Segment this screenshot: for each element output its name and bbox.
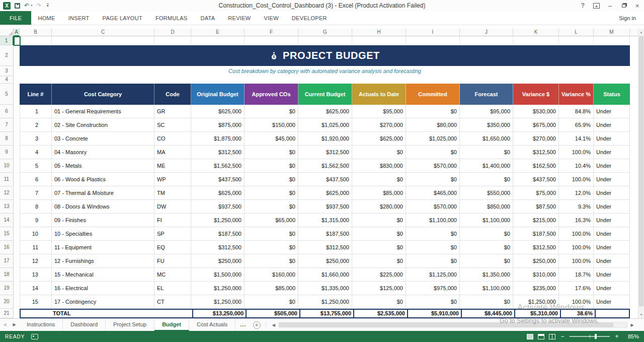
table-cell[interactable]: $1,920,000 [298,132,352,146]
horizontal-scrollbar-track[interactable] [278,322,627,328]
table-cell[interactable]: $0 [406,241,460,254]
table-cell[interactable]: $937,500 [298,200,352,214]
table-cell[interactable]: $0 [406,173,460,186]
sheet-tabs-overflow[interactable]: ... [235,319,251,331]
table-cell[interactable]: CO [154,132,191,146]
total-value[interactable]: $505,000 [246,310,299,317]
table-cell[interactable]: $875,000 [191,118,245,132]
table-cell[interactable]: 4 [20,146,52,159]
row-header-12[interactable]: 12 [0,186,14,200]
table-cell[interactable]: $1,650,000 [460,132,513,146]
table-cell[interactable]: $312,500 [298,241,352,254]
table-cell[interactable]: Under [594,254,630,268]
table-cell[interactable]: $80,000 [406,118,460,132]
sheet-tab-instructions[interactable]: Instructions [19,319,63,331]
row-header-9[interactable]: 9 [0,146,14,159]
page-break-view-icon[interactable] [549,334,555,339]
empty-cell[interactable] [298,36,352,45]
table-cell[interactable]: $45,000 [245,132,298,146]
zoom-slider-thumb[interactable] [595,334,597,339]
table-cell[interactable]: EL [154,282,191,295]
table-cell[interactable]: $570,000 [406,159,460,173]
table-cell[interactable]: $830,000 [352,159,406,173]
column-header-f[interactable]: F [245,29,298,36]
sheet-nav-right-icon[interactable]: ▶ [10,319,19,331]
empty-cell[interactable] [245,36,298,45]
scroll-up-icon[interactable]: ▲ [638,29,644,36]
table-cell[interactable]: $160,000 [245,268,298,282]
table-cell[interactable]: WP [154,173,191,186]
table-cell[interactable]: $0 [406,146,460,159]
table-cell[interactable]: $1,400,000 [460,159,513,173]
vertical-scrollbar-thumb[interactable] [639,36,643,306]
total-value[interactable]: $5,910,000 [407,310,461,317]
undo-icon[interactable]: ↶ [24,3,29,9]
table-cell[interactable]: $437,500 [191,173,245,186]
restore-button[interactable] [617,0,630,11]
row-header-14[interactable]: 14 [0,214,14,227]
table-cell[interactable]: $0 [460,254,513,268]
code-header[interactable]: Code [154,84,191,105]
table-cell[interactable]: 13 [20,268,52,282]
table-cell[interactable]: $250,000 [513,254,559,268]
table-cell[interactable]: 84.8% [559,105,594,118]
row-header-3[interactable]: 3 [0,66,14,76]
sheet-tab-dashboard[interactable]: Dashboard [63,319,106,331]
table-cell[interactable]: Under [594,200,630,214]
table-cell[interactable]: 100.0% [559,254,594,268]
column-header-c[interactable]: C [52,29,154,36]
table-cell[interactable]: 65.9% [559,118,594,132]
table-cell[interactable]: 08 - Doors & Windows [52,200,154,214]
approved-cos-header[interactable]: Approved COs [245,84,298,105]
row-header-20[interactable]: 20 [0,295,14,309]
total-value[interactable]: $13,755,000 [299,310,353,317]
empty-cell[interactable] [191,36,245,45]
actuals-to-date-header[interactable]: Actuals to Date [352,84,406,105]
table-cell[interactable]: $0 [406,227,460,241]
row-header-8[interactable]: 8 [0,132,14,146]
zoom-level[interactable]: 85% [624,333,639,339]
table-cell[interactable]: 6 [20,173,52,186]
table-cell[interactable]: $250,000 [191,254,245,268]
table-cell[interactable]: 9.3% [559,200,594,214]
table-cell[interactable]: 100.0% [559,173,594,186]
table-cell[interactable]: 11 - Equipment [52,241,154,254]
table-cell[interactable]: $0 [245,227,298,241]
table-cell[interactable]: DW [154,200,191,214]
sign-in-link[interactable]: Sign in [619,11,644,25]
table-cell[interactable]: Under [594,268,630,282]
row-header-15[interactable]: 15 [0,227,14,241]
column-header-e[interactable]: E [191,29,245,36]
table-cell[interactable]: 18.7% [559,268,594,282]
table-cell[interactable]: 10 [20,227,52,241]
hscroll-right-icon[interactable]: ▶ [627,319,637,331]
table-cell[interactable]: $85,000 [352,186,406,200]
ribbon-tab-insert[interactable]: INSERT [62,11,96,25]
zoom-out-button[interactable]: − [560,333,565,340]
column-header-j[interactable]: J [460,29,513,36]
table-cell[interactable]: $85,000 [245,282,298,295]
table-cell[interactable]: $675,000 [513,118,559,132]
table-cell[interactable]: $1,100,000 [460,214,513,227]
table-cell[interactable]: $225,000 [352,268,406,282]
customize-toolbar-icon[interactable]: ▾ [47,4,49,8]
table-cell[interactable]: $312,500 [513,146,559,159]
add-sheet-button[interactable]: + [251,319,263,331]
table-cell[interactable]: $0 [245,159,298,173]
table-cell[interactable]: 01 - General Requirements [52,105,154,118]
column-header-i[interactable]: I [406,29,460,36]
table-cell[interactable]: 14 [20,282,52,295]
excel-logo-icon[interactable]: X [3,2,11,10]
table-cell[interactable]: $1,500,000 [191,268,245,282]
total-value[interactable]: $8,445,000 [461,310,514,317]
table-cell[interactable]: Under [594,146,630,159]
row-header-7[interactable]: 7 [0,118,14,132]
table-cell[interactable]: Under [594,186,630,200]
row-header-4[interactable]: 4 [0,76,14,84]
table-cell[interactable]: 8 [20,200,52,214]
table-cell[interactable]: 100.0% [559,146,594,159]
ribbon-tab-file[interactable]: FILE [0,11,31,25]
table-cell[interactable]: GR [154,105,191,118]
table-cell[interactable]: $1,125,000 [406,268,460,282]
table-cell[interactable]: $0 [460,173,513,186]
